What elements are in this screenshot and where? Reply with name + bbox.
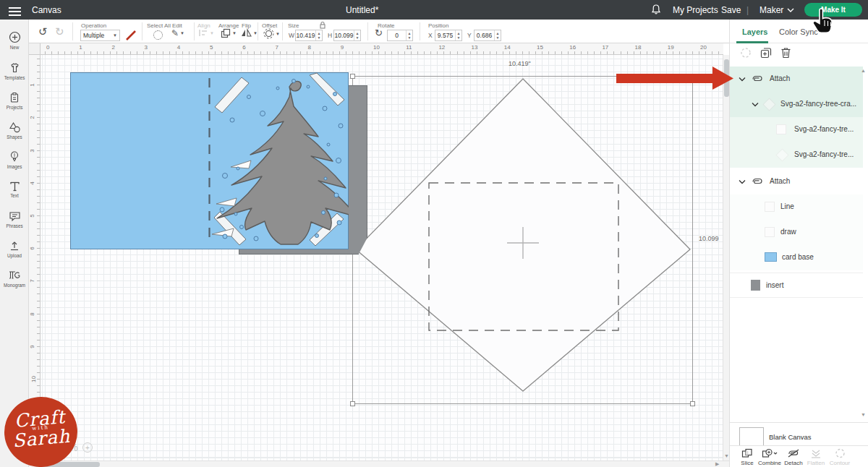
ruler-v-number: 7 bbox=[29, 280, 35, 283]
list-scroll-down-arrow[interactable]: ▼ bbox=[861, 412, 866, 417]
templates-icon bbox=[9, 62, 21, 74]
ruler-h-number: 16 bbox=[569, 44, 576, 51]
rotate-stepper[interactable]: ▲▼ bbox=[406, 30, 412, 40]
draw-color-swatch[interactable] bbox=[124, 29, 137, 42]
contour-icon bbox=[835, 448, 846, 458]
sidebar-item-upload[interactable]: Upload bbox=[0, 234, 29, 263]
sidebar-item-new[interactable]: New bbox=[0, 26, 29, 55]
ruler-h-number: 2 bbox=[111, 44, 114, 51]
my-projects-link[interactable]: My Projects bbox=[673, 5, 718, 15]
topbar-separator: | bbox=[746, 5, 749, 15]
list-scroll-up-arrow[interactable]: ▲ bbox=[861, 68, 866, 73]
slice-button[interactable]: Slice bbox=[736, 448, 759, 466]
scroll-right-arrow[interactable]: ▶ bbox=[715, 461, 719, 467]
ruler-v-number: 5 bbox=[29, 214, 35, 217]
blank-canvas-swatch[interactable] bbox=[739, 427, 764, 446]
arrange-icon[interactable]: ▼ bbox=[221, 28, 237, 38]
combine-button[interactable]: Combine bbox=[758, 448, 781, 466]
select-all-label: Select All bbox=[147, 22, 171, 29]
offset-icon[interactable]: ▼ bbox=[263, 28, 280, 39]
operation-label: Operation bbox=[81, 22, 106, 29]
ruler-h-number: 20 bbox=[700, 44, 707, 51]
undo-icon[interactable]: ↺ bbox=[38, 25, 48, 38]
selection-width-label: 10.419" bbox=[509, 60, 531, 67]
ruler-h-number: 15 bbox=[537, 44, 543, 51]
y-position-input[interactable]: 0.686▲▼ bbox=[474, 30, 501, 41]
layer-row-insert[interactable]: insert bbox=[730, 273, 863, 298]
sidebar-item-templates[interactable]: Templates bbox=[0, 56, 29, 85]
layer-thumbnail bbox=[765, 227, 775, 237]
x-position-input[interactable]: 9.575▲▼ bbox=[435, 30, 462, 41]
ruler-v-number: 10 bbox=[30, 376, 37, 382]
flatten-icon bbox=[810, 448, 822, 458]
width-stepper[interactable]: ▲▼ bbox=[315, 30, 322, 40]
flip-icon[interactable]: ▼ bbox=[241, 28, 258, 38]
detach-button[interactable]: Detach bbox=[782, 448, 805, 466]
menu-hamburger-icon[interactable] bbox=[9, 5, 21, 18]
layer-row-svg-child-1[interactable]: Svg-a2-fancy-tre... bbox=[730, 117, 863, 142]
phrases-icon bbox=[9, 210, 21, 222]
rotate-icon[interactable]: ↻ bbox=[375, 27, 383, 38]
selection-handle-bottom-left[interactable] bbox=[350, 401, 355, 406]
new-icon bbox=[9, 31, 21, 43]
layer-row-card-base[interactable]: card base bbox=[730, 245, 863, 270]
layer-swatch-gray bbox=[751, 280, 760, 291]
save-link[interactable]: Save bbox=[721, 5, 741, 15]
sidebar-item-images[interactable]: Images bbox=[0, 145, 29, 174]
tab-layers[interactable]: Layers bbox=[742, 27, 767, 36]
selection-bounding-box[interactable] bbox=[352, 76, 693, 404]
card-base-shape[interactable] bbox=[70, 72, 349, 249]
panel-tabs: Layers Color Sync bbox=[730, 20, 868, 43]
duplicate-icon[interactable] bbox=[760, 47, 772, 61]
sidebar-item-text[interactable]: Text bbox=[0, 175, 29, 204]
ruler-v-number: 1 bbox=[29, 83, 35, 86]
height-field-label: H bbox=[328, 32, 332, 39]
panel-footer-tools: Slice Combine Detach Flatten Contour bbox=[730, 445, 868, 467]
size-label: Size bbox=[288, 22, 299, 29]
collapse-chevron-icon[interactable] bbox=[739, 179, 746, 184]
width-input[interactable]: 10.419▲▼ bbox=[295, 30, 323, 41]
layer-row-line[interactable]: Line bbox=[730, 194, 863, 220]
select-all-icon[interactable] bbox=[153, 30, 163, 40]
canvas-horizontal-scrollbar[interactable] bbox=[29, 460, 729, 467]
edit-pencil-icon[interactable]: ✎▼ bbox=[171, 28, 184, 38]
height-stepper[interactable]: ▲▼ bbox=[354, 30, 360, 40]
collapse-chevron-icon[interactable] bbox=[752, 102, 759, 107]
sidebar-item-phrases[interactable]: Phrases bbox=[0, 205, 29, 234]
scroll-down-arrow[interactable]: ▼ bbox=[724, 453, 729, 458]
zoom-in-button[interactable]: + bbox=[82, 442, 93, 453]
selection-handle-top-left[interactable] bbox=[350, 74, 355, 79]
notifications-bell-icon[interactable] bbox=[650, 4, 662, 16]
layer-row-svg-group[interactable]: Svg-a2-fancy-tree-cra... bbox=[730, 92, 863, 117]
position-label: Position bbox=[428, 22, 448, 29]
collapse-chevron-icon[interactable] bbox=[739, 77, 746, 82]
ruler-v-number: 2 bbox=[29, 116, 35, 119]
height-input[interactable]: 10.099▲▼ bbox=[333, 30, 361, 41]
layer-row-attach-2[interactable]: Attach bbox=[730, 169, 863, 194]
machine-select[interactable]: Maker bbox=[760, 5, 783, 15]
machine-chevron-down-icon[interactable] bbox=[787, 8, 794, 12]
operation-dropdown[interactable]: Multiple▼ bbox=[80, 30, 120, 41]
layer-row-svg-child-2[interactable]: Svg-a2-fancy-tre... bbox=[730, 142, 863, 168]
redo-icon[interactable]: ↻ bbox=[55, 25, 64, 38]
text-icon bbox=[9, 181, 20, 192]
canvas-vertical-scrollbar[interactable] bbox=[723, 55, 729, 460]
monogram-icon bbox=[8, 270, 21, 281]
delete-icon[interactable] bbox=[780, 47, 791, 61]
x-stepper[interactable]: ▲▼ bbox=[455, 30, 461, 40]
selection-handle-bottom-right[interactable] bbox=[690, 401, 695, 406]
y-field-label: Y bbox=[467, 32, 472, 39]
sidebar-item-projects[interactable]: Projects bbox=[0, 86, 29, 115]
selection-height-label: 10.099 bbox=[699, 235, 719, 242]
sidebar-item-monogram[interactable]: Monogram bbox=[0, 264, 29, 293]
layer-row-draw[interactable]: draw bbox=[730, 220, 863, 245]
y-stepper[interactable]: ▲▼ bbox=[494, 30, 501, 40]
ruler-corner bbox=[29, 43, 41, 55]
ruler-h-number: 13 bbox=[472, 44, 478, 51]
sidebar-item-shapes[interactable]: Shapes bbox=[0, 116, 29, 145]
rotate-input[interactable]: 0▲▼ bbox=[387, 30, 413, 41]
layer-row-attach-1[interactable]: Attach bbox=[730, 67, 863, 92]
size-lock-icon[interactable] bbox=[318, 21, 327, 29]
ruler-v-number: 9 bbox=[29, 345, 35, 348]
ruler-h-number: 17 bbox=[602, 44, 608, 51]
